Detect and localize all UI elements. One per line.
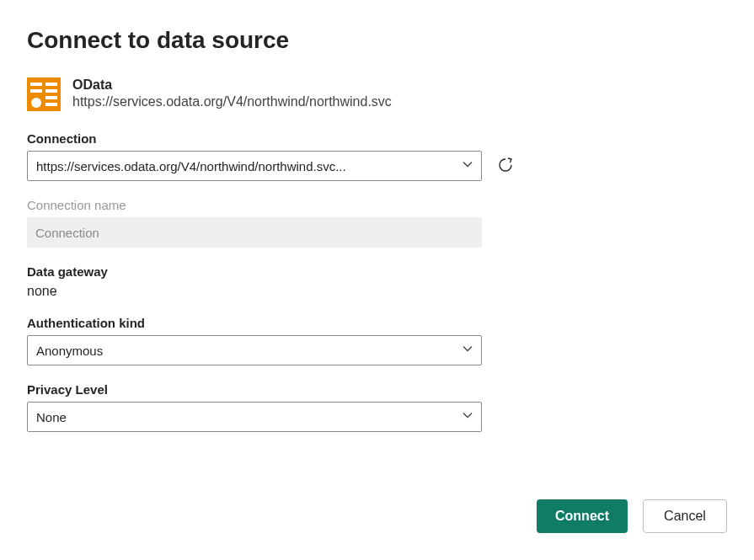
- svg-rect-4: [45, 89, 57, 93]
- refresh-button[interactable]: [495, 156, 516, 176]
- source-url: https://services.odata.org/V4/northwind/…: [72, 94, 392, 109]
- data-source-header: OData https://services.odata.org/V4/nort…: [27, 77, 727, 111]
- cancel-button[interactable]: Cancel: [643, 499, 727, 533]
- svg-point-5: [31, 98, 41, 108]
- privacy-level-label: Privacy Level: [27, 382, 727, 397]
- connection-name-label: Connection name: [27, 198, 727, 212]
- privacy-level-select[interactable]: None: [27, 402, 482, 432]
- data-gateway-label: Data gateway: [27, 264, 727, 279]
- svg-rect-6: [45, 96, 57, 99]
- dialog-buttons: Connect Cancel: [537, 499, 727, 533]
- connection-select[interactable]: https://services.odata.org/V4/northwind/…: [27, 151, 482, 181]
- svg-rect-7: [45, 103, 57, 106]
- connection-label: Connection: [27, 131, 727, 146]
- svg-rect-2: [45, 83, 57, 86]
- svg-rect-3: [30, 89, 42, 93]
- connection-name-input: [27, 217, 482, 248]
- connect-button[interactable]: Connect: [537, 499, 628, 533]
- svg-rect-1: [30, 83, 42, 86]
- auth-kind-label: Authentication kind: [27, 316, 727, 330]
- odata-icon: [27, 77, 61, 111]
- refresh-icon: [497, 157, 514, 176]
- page-title: Connect to data source: [27, 27, 727, 54]
- source-name: OData: [72, 77, 392, 93]
- auth-kind-select[interactable]: Anonymous: [27, 335, 482, 365]
- data-gateway-value: none: [27, 284, 727, 299]
